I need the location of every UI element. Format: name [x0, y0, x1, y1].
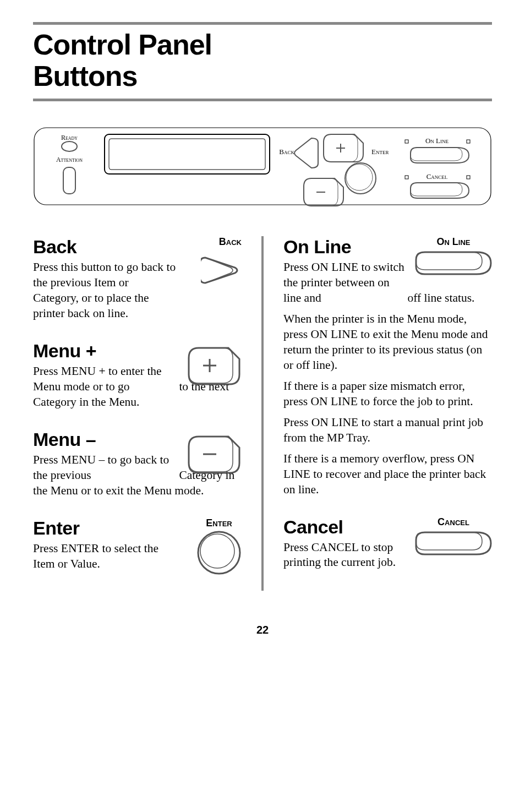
panel-online-label: On Line — [425, 137, 449, 145]
online-button-icon — [415, 251, 492, 275]
online-body2: When the printer is in the Menu mode, pr… — [283, 312, 492, 373]
svg-point-7 — [345, 163, 376, 194]
svg-rect-0 — [34, 128, 491, 205]
menu-plus-icon-group — [187, 347, 242, 389]
back-arrow-icon — [201, 250, 242, 291]
title-line-2: Buttons — [33, 60, 137, 92]
section-menu-plus: Menu + Press MENU + to enter the Menu mo… — [33, 340, 242, 410]
svg-point-8 — [346, 164, 373, 190]
svg-point-1 — [62, 141, 77, 151]
top-rule — [33, 22, 492, 25]
back-label: Back — [201, 236, 242, 248]
online-body5: If there is a memory overflow, press ON … — [283, 451, 492, 498]
right-column: On Line On Line Press ON LINE to switch … — [283, 236, 492, 590]
title-line-1: Control Panel — [33, 29, 212, 61]
svg-rect-4 — [109, 139, 265, 170]
control-panel-diagram: Ready Attention Back Enter On — [33, 123, 492, 209]
column-divider — [261, 236, 264, 590]
online-body3: If there is a paper size mismatch error,… — [283, 379, 492, 410]
svg-rect-12 — [405, 176, 408, 179]
online-body4: Press ON LINE to start a manual print jo… — [283, 415, 492, 446]
enter-label: Enter — [196, 517, 242, 529]
svg-rect-10 — [405, 140, 408, 143]
svg-point-17 — [198, 532, 240, 574]
svg-rect-2 — [63, 167, 75, 194]
cancel-body: Press CANCEL to stop printing the curren… — [283, 540, 399, 571]
cancel-icon-group: Cancel — [415, 516, 492, 558]
section-online: On Line On Line Press ON LINE to switch … — [283, 236, 492, 497]
section-back: Back Back Press this button to go back t… — [33, 236, 242, 321]
page-number: 22 — [33, 624, 492, 636]
online-body1-wrap: Press ON LINE to switch the printer betw… — [283, 260, 404, 306]
panel-cancel-label: Cancel — [426, 172, 448, 181]
back-body: Press this button to go back to the prev… — [33, 260, 176, 321]
svg-rect-13 — [467, 176, 470, 179]
menu-plus-body-wrap: Press MENU + to enter the Menu mode or t… — [33, 364, 176, 395]
section-menu-minus: Menu – Press MENU – to go back to the pr… — [33, 429, 242, 499]
section-cancel: Cancel Cancel Press CANCEL to stop print… — [283, 516, 492, 571]
panel-back-label: Back — [279, 148, 294, 156]
section-enter: Enter Enter Press ENTER to select the It… — [33, 517, 242, 572]
enter-circle-icon — [196, 530, 242, 575]
svg-rect-11 — [467, 140, 470, 143]
panel-ready-label: Ready — [61, 134, 78, 141]
panel-attention-label: Attention — [56, 156, 83, 164]
menu-minus-icon-group — [187, 435, 242, 477]
back-icon-group: Back — [201, 236, 242, 293]
page-title: Control Panel Buttons — [33, 29, 492, 92]
svg-point-18 — [200, 534, 234, 568]
online-icon-group: On Line — [415, 236, 492, 277]
left-column: Back Back Press this button to go back t… — [33, 236, 242, 590]
title-underline — [33, 99, 492, 101]
menu-minus-body-wrap: Press MENU – to go back to the previous — [33, 453, 176, 483]
menu-minus-icon — [187, 435, 242, 475]
content-columns: Back Back Press this button to go back t… — [33, 236, 492, 590]
online-label: On Line — [415, 236, 492, 248]
cancel-label: Cancel — [415, 516, 492, 528]
cancel-button-icon — [415, 531, 492, 555]
svg-rect-3 — [105, 134, 270, 174]
enter-icon-group: Enter — [196, 517, 242, 577]
enter-body: Press ENTER to select the Item or Value. — [33, 541, 176, 572]
online-body1-rest: off line status. — [407, 291, 474, 304]
panel-enter-label: Enter — [371, 148, 389, 156]
panel-svg: Ready Attention Back Enter On — [33, 123, 492, 209]
menu-plus-icon — [187, 347, 242, 386]
